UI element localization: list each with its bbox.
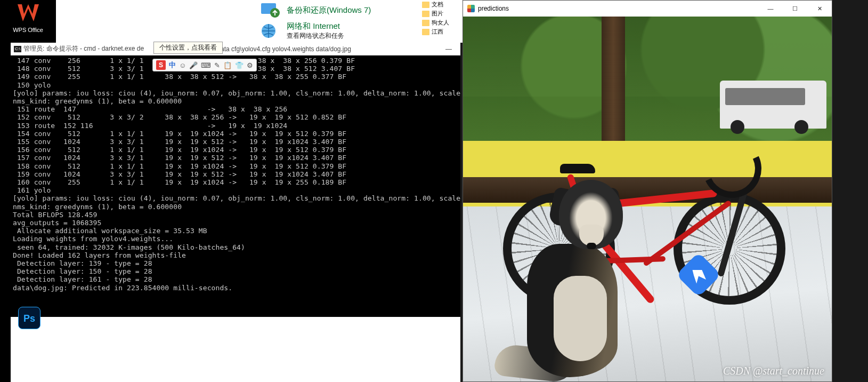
folder-icon — [422, 11, 429, 17]
ime-settings-icon[interactable]: ⚙ — [247, 61, 253, 69]
folder-icon — [422, 2, 429, 8]
maximize-button[interactable]: ☐ — [783, 1, 807, 17]
minimize-button[interactable]: — — [440, 45, 457, 53]
ime-keyboard-icon[interactable]: ⌨ — [201, 61, 211, 69]
predictions-titlebar[interactable]: predictions — ☐ ✕ — [463, 1, 832, 17]
wps-office-shortcut[interactable]: WPS Office — [0, 0, 56, 43]
cp-backup-title: 备份和还原(Windows 7) — [287, 5, 371, 15]
ime-lang-toggle[interactable]: 中 — [169, 60, 176, 70]
explorer-item[interactable]: 文档 — [421, 0, 463, 9]
ime-toolbar[interactable]: S 中 ☺ 🎤 ⌨ ✎ 📋 👕 ⚙ — [152, 59, 257, 71]
cmd-title-text: 管理员: 命令提示符 - cmd - darknet.exe de — [23, 44, 144, 53]
photoshop-label: Adobe Photosh... — [11, 331, 48, 344]
sogou-logo-icon[interactable]: S — [156, 60, 166, 70]
ime-punct-icon[interactable]: ☺ — [179, 61, 186, 69]
cmd-output[interactable]: 147 conv 256 1 x 1/ 1 38 x 38 x 256 0.37… — [11, 55, 460, 317]
desktop-left-strip — [0, 0, 11, 382]
cp-network-title: 网络和 Internet — [287, 21, 344, 31]
ime-voice-icon[interactable]: 🎤 — [189, 61, 198, 69]
watermark-text: CSDN @start_continue — [723, 365, 824, 377]
command-prompt-window: C:\ 管理员: 命令提示符 - cmd - darknet.exe de at… — [11, 43, 460, 382]
ime-handwrite-icon[interactable]: ✎ — [214, 61, 220, 69]
minimize-button[interactable]: — — [758, 1, 783, 17]
network-icon — [259, 22, 280, 40]
photoshop-icon: Ps — [18, 307, 40, 329]
opencv-icon — [467, 5, 475, 12]
explorer-item[interactable]: 江西 — [421, 27, 463, 36]
folder-icon — [422, 20, 429, 26]
detected-dog — [522, 180, 634, 377]
explorer-fragment: 文档 图片 狗女人 江西 — [421, 0, 463, 43]
cp-network-sub: 查看网络状态和任务 — [287, 31, 344, 41]
wps-label: WPS Office — [0, 27, 56, 33]
explorer-item[interactable]: 狗女人 — [421, 18, 463, 27]
wps-logo-icon — [17, 3, 40, 23]
close-button[interactable]: ✕ — [807, 1, 832, 17]
detected-van — [720, 81, 826, 129]
ime-skin-icon[interactable]: 👕 — [235, 61, 244, 69]
folder-icon — [422, 29, 429, 35]
ime-tooltip: 个性设置，点我看看 — [153, 42, 223, 54]
cmd-titlebar[interactable]: C:\ 管理员: 命令提示符 - cmd - darknet.exe de at… — [11, 43, 460, 55]
predictions-title: predictions — [478, 5, 509, 12]
backup-icon — [259, 1, 280, 19]
explorer-item[interactable]: 图片 — [421, 9, 463, 18]
photoshop-shortcut[interactable]: Ps Adobe Photosh... — [11, 307, 48, 344]
cmd-icon: C:\ — [14, 46, 21, 52]
cmd-title-tail: ata cfg\yolov4.cfg yolov4.weights data/d… — [221, 45, 351, 53]
ime-clipboard-icon[interactable]: 📋 — [223, 61, 232, 69]
prediction-image: CSDN @start_continue — [463, 17, 832, 381]
predictions-window: predictions — ☐ ✕ — [463, 0, 832, 382]
